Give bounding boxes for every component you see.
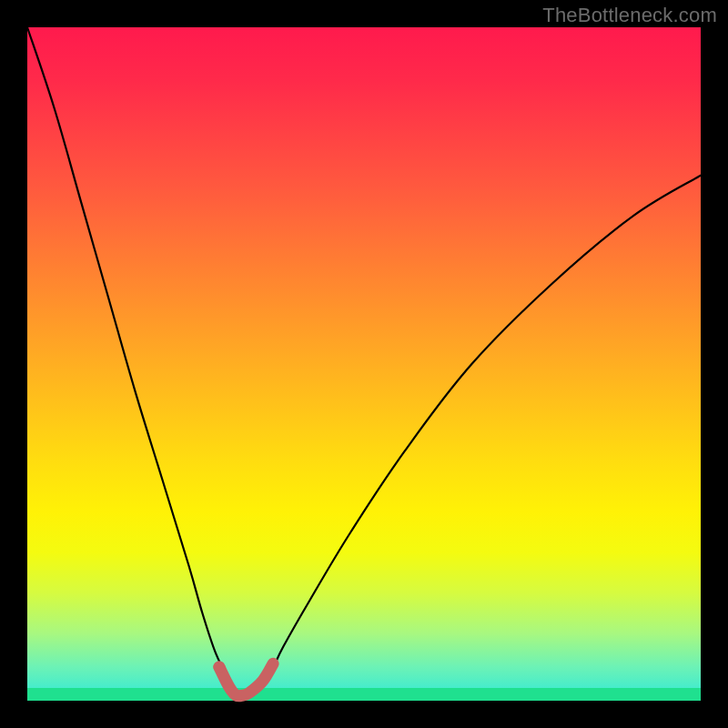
bottleneck-curve (27, 27, 701, 695)
attribution-label: TheBottleneck.com (542, 4, 717, 27)
curve-layer (27, 27, 701, 701)
plot-area (27, 27, 701, 701)
chart-frame: TheBottleneck.com (0, 0, 728, 728)
highlight-dot (213, 662, 225, 673)
optimal-zone-highlight (219, 663, 273, 696)
